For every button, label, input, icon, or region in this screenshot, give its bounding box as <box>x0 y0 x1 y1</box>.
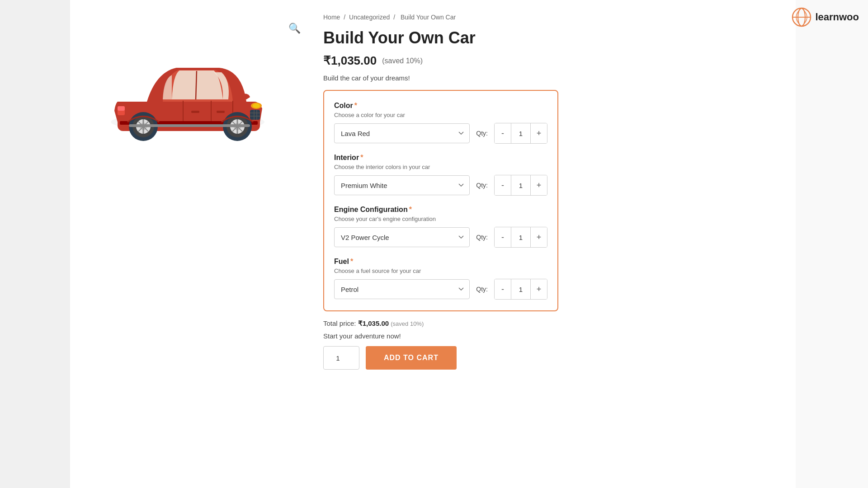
engine-qty-minus[interactable]: - <box>495 227 511 247</box>
brand-name: learnwoo <box>815 11 859 23</box>
engine-option-group: Engine Configuration* Choose your car's … <box>334 206 547 248</box>
product-title: Build Your Own Car <box>323 28 558 47</box>
fuel-qty-plus[interactable]: + <box>531 279 547 299</box>
color-qty-label: Qty: <box>476 130 488 137</box>
svg-rect-34 <box>129 124 250 127</box>
interior-select[interactable]: Premium White Classic Black Ivory Beige <box>334 175 470 195</box>
interior-qty-minus[interactable]: - <box>495 175 511 195</box>
breadcrumb-sep2: / <box>393 14 395 21</box>
breadcrumb-current: Build Your Own Car <box>401 14 456 21</box>
color-qty-minus[interactable]: - <box>495 123 511 143</box>
fuel-qty-input[interactable] <box>511 279 531 299</box>
price-main: ₹1,035.00 <box>323 54 377 68</box>
engine-qty-plus[interactable]: + <box>531 227 547 247</box>
interior-option-group: Interior* Choose the interior colors in … <box>334 154 547 196</box>
fuel-description: Choose a fuel source for your car <box>334 267 547 274</box>
product-details-section: Home / Uncategorized / Build Your Own Ca… <box>323 14 558 474</box>
interior-description: Choose the interior colors in your car <box>334 164 547 170</box>
interior-qty-label: Qty: <box>476 182 488 189</box>
total-price-row: Total price: ₹1,035.00 (saved 10%) <box>323 319 558 328</box>
main-content: 🔍 <box>70 0 796 488</box>
color-qty-controls: - + <box>494 123 547 144</box>
engine-qty-label: Qty: <box>476 234 488 241</box>
fuel-option-group: Fuel* Choose a fuel source for your car … <box>334 258 547 300</box>
sidebar-right: learnwoo <box>796 0 868 488</box>
adventure-text: Start your adventure now! <box>323 332 558 340</box>
engine-qty-input[interactable] <box>511 227 531 247</box>
interior-qty-input[interactable] <box>511 175 531 195</box>
engine-option-row: V2 Power Cycle V4 Engine V6 Turbo V8 Per… <box>334 227 547 248</box>
engine-qty-controls: - + <box>494 227 547 248</box>
svg-rect-3 <box>250 110 260 120</box>
brand-icon <box>792 7 811 27</box>
interior-qty-controls: - + <box>494 175 547 196</box>
color-label: Color* <box>334 102 547 110</box>
add-to-cart-button[interactable]: ADD TO CART <box>366 346 457 370</box>
fuel-label: Fuel* <box>334 258 547 266</box>
svg-rect-16 <box>217 111 225 113</box>
product-image-section: 🔍 <box>88 14 305 474</box>
sidebar-left <box>0 0 70 488</box>
fuel-select[interactable]: Petrol Diesel Electric Hybrid <box>334 279 470 299</box>
cart-qty-input[interactable] <box>323 346 359 370</box>
price-row: ₹1,035.00 (saved 10%) <box>323 54 558 68</box>
breadcrumb-home[interactable]: Home <box>323 14 340 21</box>
product-tagline: Build the car of your dreams! <box>323 74 558 82</box>
fuel-qty-minus[interactable]: - <box>495 279 511 299</box>
interior-label: Interior* <box>334 154 547 162</box>
color-qty-input[interactable] <box>511 123 531 143</box>
options-box: Color* Choose a color for your car Lava … <box>323 90 558 311</box>
svg-rect-11 <box>118 106 125 111</box>
fuel-option-row: Petrol Diesel Electric Hybrid Qty: - + <box>334 279 547 300</box>
total-saved: (saved 10%) <box>391 320 424 327</box>
engine-description: Choose your car's engine configuration <box>334 216 547 222</box>
svg-rect-15 <box>191 111 199 113</box>
breadcrumb-category[interactable]: Uncategorized <box>349 14 390 21</box>
breadcrumb: Home / Uncategorized / Build Your Own Ca… <box>323 14 558 21</box>
color-description: Choose a color for your car <box>334 112 547 118</box>
interior-option-row: Premium White Classic Black Ivory Beige … <box>334 175 547 196</box>
color-option-group: Color* Choose a color for your car Lava … <box>334 102 547 144</box>
zoom-icon[interactable]: 🔍 <box>288 23 301 34</box>
color-select[interactable]: Lava Red Midnight Blue Pearl White Jet B… <box>334 123 470 143</box>
fuel-qty-controls: - + <box>494 279 547 300</box>
car-image-wrapper <box>88 23 287 158</box>
engine-label: Engine Configuration* <box>334 206 547 214</box>
engine-select[interactable]: V2 Power Cycle V4 Engine V6 Turbo V8 Per… <box>334 227 470 247</box>
total-price-value: ₹1,035.00 <box>358 319 389 327</box>
fuel-qty-label: Qty: <box>476 286 488 293</box>
breadcrumb-sep1: / <box>344 14 345 21</box>
car-illustration <box>93 27 283 154</box>
interior-qty-plus[interactable]: + <box>531 175 547 195</box>
color-option-row: Lava Red Midnight Blue Pearl White Jet B… <box>334 123 547 144</box>
svg-point-9 <box>253 103 260 108</box>
brand-logo: learnwoo <box>792 7 859 27</box>
cart-row: ADD TO CART <box>323 346 558 370</box>
color-qty-plus[interactable]: + <box>531 123 547 143</box>
price-saved: (saved 10%) <box>382 57 423 65</box>
